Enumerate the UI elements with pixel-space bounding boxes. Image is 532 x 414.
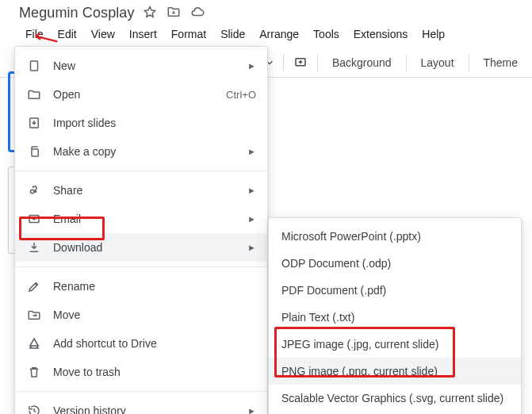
new-file-icon xyxy=(26,58,42,74)
import-icon xyxy=(26,115,42,131)
menu-item-label: Move to trash xyxy=(53,366,256,378)
submenu-item-pdf[interactable]: PDF Document (.pdf) xyxy=(269,277,521,304)
svg-point-4 xyxy=(31,190,35,194)
submenu-arrow-icon: ► xyxy=(247,186,256,195)
move-icon xyxy=(26,307,42,323)
submenu-arrow-icon: ► xyxy=(247,406,256,414)
history-icon xyxy=(26,403,42,414)
menu-edit[interactable]: Edit xyxy=(52,25,83,44)
menu-item-version-history[interactable]: Version history ► xyxy=(15,397,267,414)
layout-button[interactable]: Layout xyxy=(415,53,461,72)
submenu-item-png[interactable]: PNG image (.png, current slide) xyxy=(269,358,521,385)
trash-icon xyxy=(26,364,42,380)
menu-item-label: Download xyxy=(53,241,236,254)
move-folder-icon[interactable] xyxy=(166,5,181,21)
toolbar-separator xyxy=(406,54,407,71)
menu-insert[interactable]: Insert xyxy=(123,25,163,44)
menu-item-label: Rename xyxy=(53,280,256,293)
cloud-status-icon[interactable] xyxy=(190,5,205,21)
menu-item-email[interactable]: Email ► xyxy=(15,205,267,233)
star-icon[interactable] xyxy=(143,5,157,21)
menu-item-move-to-trash[interactable]: Move to trash xyxy=(15,358,267,386)
menu-divider xyxy=(15,266,267,267)
submenu-arrow-icon: ► xyxy=(247,147,256,156)
submenu-item-txt[interactable]: Plain Text (.txt) xyxy=(269,304,521,331)
title-icons xyxy=(143,5,205,21)
theme-button[interactable]: Theme xyxy=(477,53,524,72)
menu-item-open[interactable]: Open Ctrl+O xyxy=(15,80,267,109)
menu-item-label: New xyxy=(53,59,236,72)
copy-icon xyxy=(26,144,42,159)
menu-item-label: Move xyxy=(53,309,256,321)
submenu-arrow-icon: ► xyxy=(247,61,256,71)
menu-divider xyxy=(15,391,267,392)
menu-view[interactable]: View xyxy=(85,25,121,44)
menu-divider xyxy=(15,171,267,171)
download-submenu: Microsoft PowerPoint (.pptx) ODP Documen… xyxy=(268,217,522,414)
menu-item-label: Add shortcut to Drive xyxy=(53,337,256,350)
document-title[interactable]: Megumin Cosplay xyxy=(19,5,135,21)
submenu-arrow-icon: ► xyxy=(247,214,256,224)
share-icon xyxy=(26,182,42,198)
menu-arrange[interactable]: Arrange xyxy=(253,25,305,44)
svg-rect-1 xyxy=(31,61,38,71)
menu-item-move[interactable]: Move xyxy=(15,301,267,329)
email-icon xyxy=(26,211,42,227)
submenu-item-jpg[interactable]: JPEG image (.jpg, current slide) xyxy=(269,331,521,358)
submenu-item-svg[interactable]: Scalable Vector Graphics (.svg, current … xyxy=(269,385,521,412)
menu-item-make-a-copy[interactable]: Make a copy ► xyxy=(15,137,267,166)
toolbar-separator xyxy=(469,54,469,71)
toolbar-separator xyxy=(283,54,284,71)
menu-item-shortcut: Ctrl+O xyxy=(226,89,256,101)
menu-item-label: Make a copy xyxy=(53,145,236,158)
submenu-item-odp[interactable]: ODP Document (.odp) xyxy=(269,250,521,277)
menu-item-label: Open xyxy=(53,88,215,101)
menu-slide[interactable]: Slide xyxy=(214,25,251,44)
menu-item-add-shortcut[interactable]: Add shortcut to Drive xyxy=(15,329,267,358)
menu-extensions[interactable]: Extensions xyxy=(347,25,414,44)
menu-item-import-slides[interactable]: Import slides xyxy=(15,109,267,137)
menu-item-label: Import slides xyxy=(53,117,256,129)
menu-format[interactable]: Format xyxy=(165,25,212,44)
menu-item-label: Email xyxy=(53,213,236,225)
submenu-arrow-icon: ► xyxy=(247,243,256,252)
menu-item-rename[interactable]: Rename xyxy=(15,272,267,301)
folder-icon xyxy=(26,86,42,102)
menu-item-new[interactable]: New ► xyxy=(15,52,267,80)
rename-icon xyxy=(26,278,42,294)
title-bar: Megumin Cosplay xyxy=(0,0,532,21)
menu-item-label: Version history xyxy=(53,404,236,414)
menu-item-label: Share xyxy=(53,184,236,197)
menu-help[interactable]: Help xyxy=(415,25,451,44)
menu-item-download[interactable]: Download ► xyxy=(15,233,267,262)
menu-tools[interactable]: Tools xyxy=(307,25,346,44)
menu-bar: File Edit View Insert Format Slide Arran… xyxy=(0,21,532,48)
drive-shortcut-icon xyxy=(26,335,42,351)
menu-item-share[interactable]: Share ► xyxy=(15,176,267,205)
comment-icon[interactable] xyxy=(292,56,309,70)
background-button[interactable]: Background xyxy=(326,53,398,72)
download-icon xyxy=(26,240,42,255)
toolbar-separator xyxy=(317,54,318,71)
submenu-item-pptx[interactable]: Microsoft PowerPoint (.pptx) xyxy=(269,223,521,250)
file-menu-dropdown: New ► Open Ctrl+O Import slides Make a c… xyxy=(14,46,268,414)
svg-rect-3 xyxy=(32,149,38,156)
menu-file[interactable]: File xyxy=(19,25,50,44)
